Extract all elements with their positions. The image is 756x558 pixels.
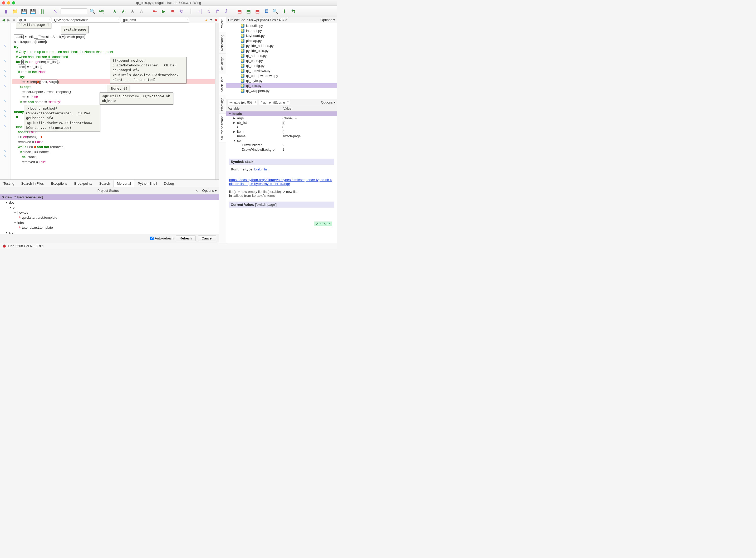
save-icon[interactable]: 💾: [21, 8, 27, 15]
dbg-icon-1[interactable]: ⬒: [236, 8, 243, 15]
options-link[interactable]: Options ▾: [321, 100, 336, 104]
tree-row[interactable]: ▼en: [0, 205, 219, 210]
project-file[interactable]: pyside_addons.py: [226, 43, 337, 48]
stack-row[interactable]: ▶cb_list[(: [226, 120, 337, 125]
file-selector[interactable]: qt_u: [17, 17, 51, 23]
tree-row[interactable]: ▼howtos: [0, 210, 219, 215]
dropdown-icon[interactable]: ▾: [209, 18, 213, 22]
find-icon[interactable]: 🔍: [272, 8, 279, 15]
fold-icon[interactable]: ▽: [0, 69, 10, 74]
stack-row[interactable]: ▼self: [226, 138, 337, 143]
bug-icon[interactable]: 🐞: [2, 244, 6, 248]
dbg-icon-2[interactable]: ⬒: [245, 8, 252, 15]
fold-icon[interactable]: ▽: [0, 44, 10, 49]
project-file[interactable]: qt_popupwindows.py: [226, 73, 337, 78]
project-file[interactable]: keyboard.py: [226, 33, 337, 38]
search-icon[interactable]: 🔍: [89, 8, 96, 15]
tab-testing[interactable]: Testing: [0, 180, 18, 187]
step-into-icon[interactable]: →|: [196, 8, 203, 15]
fold-icon[interactable]: ▽: [0, 109, 10, 115]
project-file[interactable]: qt_wrappers.py: [226, 88, 337, 93]
tree-row[interactable]: ✎quickstart.arst.template: [0, 215, 219, 220]
project-file-list[interactable]: iconutils.pyinteract.pykeyboard.pypixmap…: [226, 23, 337, 99]
doc-link[interactable]: https://docs.python.org/2/library/stdtyp…: [229, 178, 332, 186]
refresh-button[interactable]: Refresh: [176, 235, 196, 241]
tab-python-shell[interactable]: Python Shell: [134, 180, 160, 187]
step-out-icon[interactable]: ↱: [214, 8, 221, 15]
func-selector[interactable]: gui_emit: [121, 17, 189, 23]
restart-icon[interactable]: ↻: [178, 8, 185, 15]
tab-breakpoints[interactable]: Breakpoints: [71, 180, 96, 187]
options-link[interactable]: Options ▾: [202, 188, 217, 193]
tab-mercurial[interactable]: Mercurial: [113, 180, 134, 187]
code-editor[interactable]: return False stack = self.__fEmissionSta…: [10, 23, 215, 179]
project-file[interactable]: pixmap.py: [226, 38, 337, 43]
stack-row[interactable]: i0: [226, 125, 337, 129]
fold-icon[interactable]: ▽: [0, 124, 10, 129]
tab-project[interactable]: Project: [219, 17, 226, 32]
columns-icon[interactable]: |‖|: [38, 8, 45, 15]
tab-search-in-files[interactable]: Search in Files: [18, 180, 47, 187]
project-file[interactable]: pyside_utils.py: [226, 48, 337, 53]
project-file[interactable]: interact.py: [226, 28, 337, 33]
tab-stackdata[interactable]: Stack Data: [219, 74, 226, 95]
project-file[interactable]: qt_base.py: [226, 58, 337, 63]
bookmark-prev-icon[interactable]: ★: [129, 8, 136, 15]
fold-icon[interactable]: ▽: [0, 74, 10, 79]
search-input[interactable]: [60, 8, 87, 14]
process-selector[interactable]: wing.py (pid 857: [228, 100, 257, 105]
stack-row[interactable]: DrawWindowBackgro1: [226, 147, 337, 152]
project-file[interactable]: iconutils.py: [226, 23, 337, 28]
fold-icon[interactable]: ▽: [0, 84, 10, 89]
tab-refactoring[interactable]: Refactoring: [219, 32, 226, 54]
bookmark-icon[interactable]: ★: [111, 8, 118, 15]
open-folder-icon[interactable]: 📁: [11, 8, 19, 15]
bookmark-next-icon[interactable]: ★›: [120, 8, 127, 15]
class-selector[interactable]: QtWidgetAdapterMixin: [52, 17, 120, 23]
fold-icon[interactable]: ▽: [0, 59, 10, 64]
tree-root[interactable]: ▼ide-7 (/Users/sdeibel/src): [0, 195, 219, 200]
stack-row[interactable]: ▼locals: [226, 111, 337, 116]
breakpoint-icon[interactable]: ●▸: [151, 8, 158, 15]
tree-row[interactable]: ✎tutorial.arst.template: [0, 225, 219, 230]
close-icon[interactable]: ×: [195, 188, 198, 193]
new-file-icon[interactable]: ▮: [3, 8, 9, 15]
tree-row[interactable]: ▼doc: [0, 200, 219, 205]
cancel-button[interactable]: Cancel: [198, 235, 216, 241]
fold-icon[interactable]: ▽: [0, 154, 10, 159]
project-file[interactable]: qt_itemviews.py: [226, 68, 337, 73]
tab-diffmerge[interactable]: Diff/Merge: [219, 54, 226, 74]
auto-refresh-checkbox[interactable]: Auto-refresh: [150, 236, 174, 240]
error-icon[interactable]: ✖: [214, 18, 218, 22]
sync-icon[interactable]: ⇆: [290, 8, 296, 15]
project-file[interactable]: qt_style.py: [226, 78, 337, 83]
tab-search[interactable]: Search: [96, 180, 113, 187]
hg-tree[interactable]: ▼ide-7 (/Users/sdeibel/src) ▼doc▼en▼howt…: [0, 195, 219, 234]
type-link[interactable]: builtin list: [255, 167, 268, 171]
pointer-icon[interactable]: ↖: [52, 8, 58, 15]
options-link[interactable]: Options ▾: [320, 18, 335, 22]
tree-row[interactable]: ▼intro: [0, 220, 219, 225]
step-return-icon[interactable]: ⤴: [223, 8, 230, 15]
project-file[interactable]: qt_utils.py: [226, 83, 337, 88]
stack-row[interactable]: DrawChildren2: [226, 143, 337, 147]
tab-debug[interactable]: Debug: [160, 180, 177, 187]
fold-icon[interactable]: ▽: [0, 149, 10, 154]
tab-source-assistant[interactable]: Source Assistant: [219, 114, 226, 143]
letters-icon[interactable]: ABI: [98, 8, 105, 15]
project-file[interactable]: qt_addons.py: [226, 53, 337, 58]
project-file[interactable]: qt_config.py: [226, 63, 337, 68]
fold-icon[interactable]: ▽: [0, 115, 10, 119]
down-arrow-icon[interactable]: ⬇: [281, 8, 288, 15]
stack-row[interactable]: ▶item(: [226, 129, 337, 134]
stack-row[interactable]: ▶args(None, 0): [226, 116, 337, 120]
save-all-icon[interactable]: 💾: [29, 8, 36, 15]
tab-warnings[interactable]: Warnings: [219, 95, 226, 114]
fold-icon[interactable]: ▽: [0, 99, 10, 104]
tree-row[interactable]: ▼src: [0, 230, 219, 234]
run-icon[interactable]: ▶: [160, 8, 167, 15]
tab-exceptions[interactable]: Exceptions: [47, 180, 71, 187]
monitor-icon[interactable]: 🖥: [263, 8, 270, 15]
frame-selector[interactable]: * gui_emit(): qt_u: [259, 100, 290, 105]
pause-icon[interactable]: ‖: [187, 8, 194, 15]
